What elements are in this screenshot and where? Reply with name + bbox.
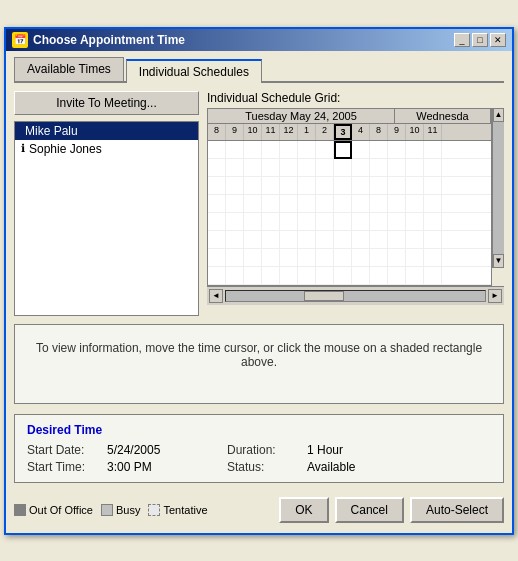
grid-cell[interactable] [262, 213, 280, 231]
grid-row[interactable] [208, 249, 491, 267]
grid-cell[interactable] [388, 213, 406, 231]
grid-cell[interactable] [208, 195, 226, 213]
grid-cell[interactable] [208, 177, 226, 195]
grid-cell[interactable] [370, 177, 388, 195]
grid-cell[interactable] [280, 231, 298, 249]
grid-cell[interactable] [334, 267, 352, 285]
grid-cell[interactable] [208, 249, 226, 267]
auto-select-button[interactable]: Auto-Select [410, 497, 504, 523]
person-item-sophie-jones[interactable]: ℹ Sophie Jones [15, 140, 198, 158]
grid-cell[interactable] [406, 195, 424, 213]
grid-cell[interactable] [208, 159, 226, 177]
grid-cell[interactable] [406, 267, 424, 285]
grid-cell[interactable] [388, 141, 406, 159]
grid-cell[interactable] [316, 195, 334, 213]
person-item-mike-palu[interactable]: Mike Palu [15, 122, 198, 140]
grid-cell[interactable] [244, 177, 262, 195]
grid-cell[interactable] [334, 231, 352, 249]
grid-cell[interactable] [298, 195, 316, 213]
tab-available-times[interactable]: Available Times [14, 57, 124, 81]
grid-cell[interactable] [370, 195, 388, 213]
grid-cell[interactable] [388, 177, 406, 195]
scroll-h-thumb[interactable] [304, 291, 344, 301]
grid-cell[interactable] [262, 231, 280, 249]
ok-button[interactable]: OK [279, 497, 328, 523]
grid-cell[interactable] [244, 231, 262, 249]
grid-cell[interactable] [424, 195, 442, 213]
grid-cell[interactable] [334, 213, 352, 231]
grid-cell[interactable] [298, 213, 316, 231]
grid-cell[interactable] [334, 141, 352, 159]
minimize-button[interactable]: _ [454, 33, 470, 47]
grid-cell[interactable] [280, 195, 298, 213]
grid-cell[interactable] [370, 267, 388, 285]
grid-cell[interactable] [226, 159, 244, 177]
grid-cell[interactable] [226, 177, 244, 195]
grid-row[interactable] [208, 159, 491, 177]
grid-cell[interactable] [298, 231, 316, 249]
grid-cell[interactable] [424, 159, 442, 177]
grid-cell[interactable] [370, 231, 388, 249]
grid-cell[interactable] [370, 141, 388, 159]
grid-cell[interactable] [316, 231, 334, 249]
grid-cell[interactable] [298, 249, 316, 267]
grid-cell[interactable] [280, 141, 298, 159]
grid-cell[interactable] [208, 267, 226, 285]
grid-row[interactable] [208, 141, 491, 159]
grid-cell[interactable] [262, 177, 280, 195]
grid-cell[interactable] [424, 141, 442, 159]
cancel-button[interactable]: Cancel [335, 497, 404, 523]
grid-cell[interactable] [370, 213, 388, 231]
grid-vertical-scrollbar[interactable]: ▲ ▼ [492, 108, 504, 268]
close-button[interactable]: ✕ [490, 33, 506, 47]
grid-cell[interactable] [406, 231, 424, 249]
scroll-down-arrow[interactable]: ▼ [493, 254, 504, 268]
maximize-button[interactable]: □ [472, 33, 488, 47]
grid-cell[interactable] [424, 231, 442, 249]
grid-cell[interactable] [226, 141, 244, 159]
grid-cell[interactable] [424, 249, 442, 267]
scroll-h-track[interactable] [225, 290, 486, 302]
grid-cell[interactable] [280, 159, 298, 177]
grid-cell[interactable] [352, 213, 370, 231]
grid-cell[interactable] [352, 249, 370, 267]
grid-row[interactable] [208, 267, 491, 285]
grid-cell[interactable] [298, 159, 316, 177]
grid-row[interactable] [208, 195, 491, 213]
grid-cell[interactable] [388, 267, 406, 285]
grid-cell[interactable] [352, 177, 370, 195]
grid-row[interactable] [208, 177, 491, 195]
grid-cell[interactable] [280, 267, 298, 285]
grid-cell[interactable] [280, 249, 298, 267]
grid-cell[interactable] [406, 177, 424, 195]
grid-cell[interactable] [262, 267, 280, 285]
grid-cell[interactable] [244, 267, 262, 285]
grid-cell[interactable] [388, 231, 406, 249]
grid-cell[interactable] [388, 159, 406, 177]
grid-cell[interactable] [370, 159, 388, 177]
grid-cell[interactable] [226, 267, 244, 285]
grid-cell[interactable] [244, 213, 262, 231]
grid-cell[interactable] [208, 141, 226, 159]
grid-cell[interactable] [298, 177, 316, 195]
grid-cell[interactable] [388, 195, 406, 213]
grid-cell[interactable] [370, 249, 388, 267]
grid-cell[interactable] [424, 213, 442, 231]
grid-cell[interactable] [352, 267, 370, 285]
grid-cell[interactable] [352, 141, 370, 159]
grid-cell[interactable] [334, 249, 352, 267]
grid-cell[interactable] [226, 231, 244, 249]
invite-to-meeting-button[interactable]: Invite To Meeting... [14, 91, 199, 115]
grid-cell[interactable] [352, 231, 370, 249]
grid-cell[interactable] [280, 213, 298, 231]
grid-cell[interactable] [334, 177, 352, 195]
grid-cell[interactable] [298, 267, 316, 285]
grid-cell[interactable] [226, 249, 244, 267]
grid-cell[interactable] [244, 159, 262, 177]
grid-cell[interactable] [226, 213, 244, 231]
grid-cell[interactable] [316, 267, 334, 285]
grid-cell[interactable] [316, 177, 334, 195]
grid-cell[interactable] [406, 159, 424, 177]
grid-cell[interactable] [316, 249, 334, 267]
grid-cell[interactable] [316, 141, 334, 159]
